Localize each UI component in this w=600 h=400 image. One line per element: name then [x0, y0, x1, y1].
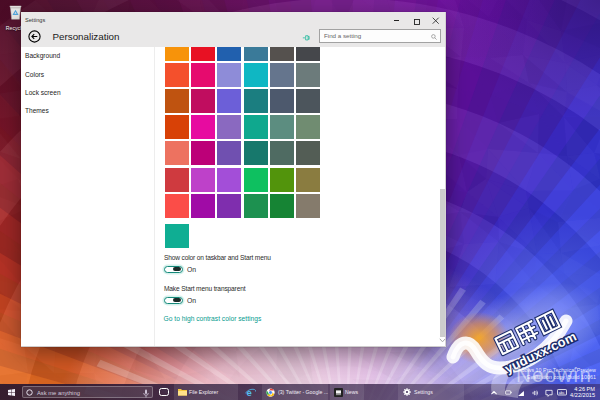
svg-text:abc: abc: [559, 391, 565, 395]
svg-text:e: e: [247, 387, 252, 398]
